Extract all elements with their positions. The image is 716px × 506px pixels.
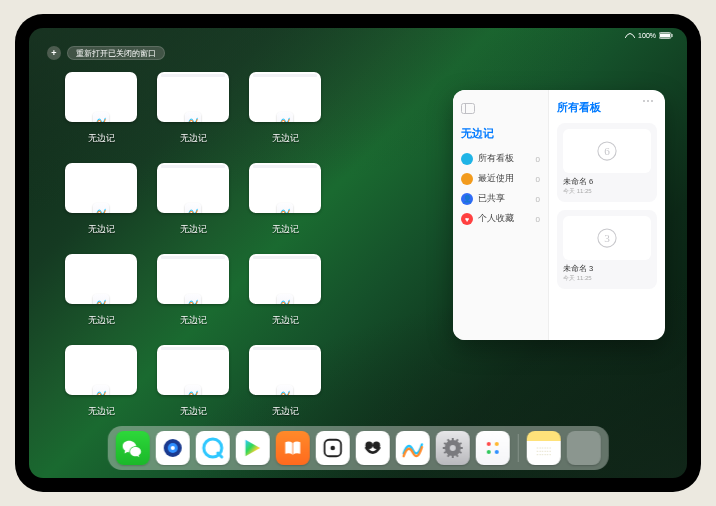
freeform-app-badge-icon	[93, 112, 109, 122]
window-thumb[interactable]: 无边记	[65, 254, 137, 327]
freeform-app-badge-icon	[185, 112, 201, 122]
top-controls: + 重新打开已关闭的窗口	[47, 46, 165, 60]
thumb-card	[157, 163, 229, 213]
reopen-label: 重新打开已关闭的窗口	[76, 48, 156, 59]
dock-app-freeform[interactable]	[396, 431, 430, 465]
svg-line-25	[444, 452, 447, 454]
category-icon: 👤	[461, 193, 473, 205]
thumb-label: 无边记	[180, 405, 207, 418]
thumb-card	[157, 72, 229, 122]
freeform-preview-panel: 无边记 所有看板0最近使用0👤已共享0♥个人收藏0 ⋯ 所有看板 6未命名 6今…	[453, 90, 665, 340]
thumb-label: 无边记	[272, 405, 299, 418]
freeform-app-badge-icon	[277, 385, 293, 395]
svg-line-27	[444, 443, 447, 445]
window-thumb[interactable]: 无边记	[249, 163, 321, 236]
thumb-card	[249, 254, 321, 304]
svg-point-11	[171, 446, 175, 450]
dock-app-himalaya[interactable]	[356, 431, 390, 465]
category-count: 0	[536, 215, 540, 224]
reopen-closed-window-button[interactable]: 重新打开已关闭的窗口	[67, 46, 165, 60]
category-item[interactable]: 所有看板0	[461, 149, 540, 169]
plus-icon: +	[51, 48, 56, 58]
thumb-card	[65, 72, 137, 122]
battery-label: 100%	[638, 32, 656, 39]
svg-point-32	[487, 442, 491, 446]
dock-separator	[518, 434, 519, 462]
dock-app-settings[interactable]	[436, 431, 470, 465]
thumb-label: 无边记	[272, 314, 299, 327]
dock-app-browser-q[interactable]	[196, 431, 230, 465]
status-bar: 100%	[29, 28, 687, 42]
category-item[interactable]: 最近使用0	[461, 169, 540, 189]
thumb-label: 无边记	[88, 314, 115, 327]
category-count: 0	[536, 195, 540, 204]
freeform-app-badge-icon	[277, 294, 293, 304]
category-item[interactable]: ♥个人收藏0	[461, 209, 540, 229]
freeform-app-badge-icon	[185, 203, 201, 213]
dock-app-play[interactable]	[236, 431, 270, 465]
board-sketch: 3	[563, 216, 651, 260]
board-card[interactable]: 3未命名 3今天 11:25	[557, 210, 657, 289]
dock-app-qqbrowser[interactable]	[156, 431, 190, 465]
panel-sidebar: 无边记 所有看板0最近使用0👤已共享0♥个人收藏0	[453, 90, 549, 340]
dock	[108, 426, 609, 470]
thumb-label: 无边记	[272, 223, 299, 236]
app-switcher-grid: 无边记无边记无边记无边记无边记无边记无边记无边记无边记无边记无边记无边记	[65, 72, 321, 418]
thumb-card	[157, 345, 229, 395]
thumb-label: 无边记	[180, 223, 207, 236]
thumb-label: 无边记	[88, 223, 115, 236]
freeform-app-badge-icon	[93, 294, 109, 304]
window-thumb[interactable]: 无边记	[157, 163, 229, 236]
window-thumb[interactable]: 无边记	[157, 345, 229, 418]
dock-app-notes[interactable]	[526, 431, 560, 465]
category-label: 所有看板	[478, 153, 514, 165]
category-item[interactable]: 👤已共享0	[461, 189, 540, 209]
category-label: 个人收藏	[478, 213, 514, 225]
panel-main: ⋯ 所有看板 6未命名 6今天 11:253未命名 3今天 11:25	[549, 90, 665, 340]
category-icon	[461, 153, 473, 165]
dock-app-dice[interactable]	[316, 431, 350, 465]
svg-line-28	[448, 439, 450, 442]
sidebar-icon[interactable]	[461, 100, 540, 118]
svg-rect-1	[660, 33, 670, 37]
svg-rect-2	[672, 34, 673, 37]
freeform-app-badge-icon	[93, 385, 109, 395]
thumb-card	[249, 163, 321, 213]
category-label: 最近使用	[478, 173, 514, 185]
window-thumb[interactable]: 无边记	[65, 345, 137, 418]
thumb-card	[65, 345, 137, 395]
window-thumb[interactable]: 无边记	[65, 163, 137, 236]
freeform-app-badge-icon	[185, 385, 201, 395]
window-thumb[interactable]: 无边记	[249, 254, 321, 327]
svg-point-15	[330, 446, 335, 451]
board-card[interactable]: 6未命名 6今天 11:25	[557, 123, 657, 202]
svg-point-34	[487, 450, 491, 454]
svg-point-33	[495, 442, 499, 446]
window-thumb[interactable]: 无边记	[157, 72, 229, 145]
window-thumb[interactable]: 无边记	[249, 72, 321, 145]
thumb-label: 无边记	[180, 314, 207, 327]
dock-app-books[interactable]	[276, 431, 310, 465]
ipad-frame: 100% + 重新打开已关闭的窗口 无边记无边记无边记无边记无边记无边记无边记无…	[15, 14, 701, 492]
freeform-app-badge-icon	[185, 294, 201, 304]
window-thumb[interactable]: 无边记	[249, 345, 321, 418]
category-icon: ♥	[461, 213, 473, 225]
svg-text:3: 3	[604, 232, 610, 244]
board-name: 未命名 6	[563, 177, 651, 187]
dock-app-more1[interactable]	[476, 431, 510, 465]
dock-app-recents[interactable]	[566, 431, 600, 465]
window-thumb[interactable]: 无边记	[157, 254, 229, 327]
board-date: 今天 11:25	[563, 274, 651, 283]
more-icon[interactable]: ⋯	[642, 94, 655, 108]
dock-app-wechat[interactable]	[116, 431, 150, 465]
window-thumb[interactable]: 无边记	[65, 72, 137, 145]
thumb-card	[65, 163, 137, 213]
svg-line-22	[456, 454, 458, 457]
thumb-label: 无边记	[272, 132, 299, 145]
board-date: 今天 11:25	[563, 187, 651, 196]
add-button[interactable]: +	[47, 46, 61, 60]
svg-line-31	[459, 443, 462, 445]
board-sketch: 6	[563, 129, 651, 173]
svg-text:6: 6	[604, 145, 610, 157]
thumb-card	[157, 254, 229, 304]
